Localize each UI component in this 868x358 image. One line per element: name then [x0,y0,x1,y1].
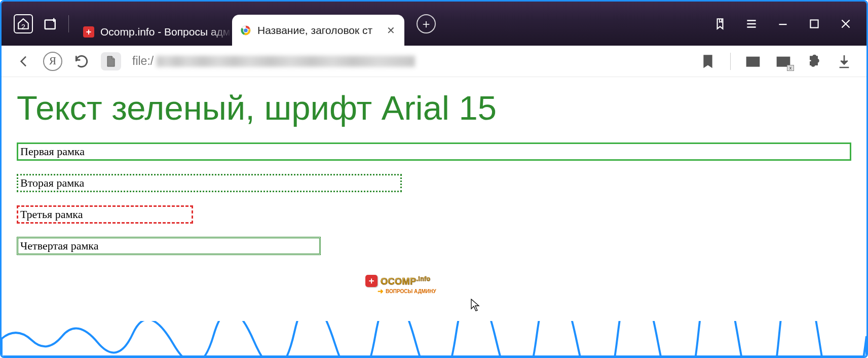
page-viewport: Текст зеленый, шрифт Arial 15 Первая рам… [2,77,866,279]
frame-1: Первая рамка [17,142,851,161]
extensions-icon[interactable] [806,53,822,69]
browser-titlebar: 2 + Ocomp.info - Вопросы адм [2,2,866,46]
favicon-chrome [240,25,251,36]
close-window-icon[interactable] [839,17,852,30]
frame-2: Вторая рамка [17,174,402,192]
url-display[interactable]: file:/ [132,54,415,68]
site-info-icon[interactable] [101,52,121,70]
mail-disabled-icon[interactable]: x [775,53,791,69]
maximize-icon[interactable] [808,17,821,30]
download-icon[interactable] [836,53,852,69]
home-badge-count: 2 [21,23,25,31]
separator [68,15,69,32]
separator [730,53,731,70]
svg-point-3 [244,28,248,32]
tab-title: Название, заголовок ст [257,24,372,37]
watermark-brand: OCOMP.info [381,275,430,287]
yandex-home-icon[interactable]: Я [43,52,62,71]
url-blurred-path [157,56,415,67]
address-bar-row: Я file:/ x [2,46,866,77]
page-heading: Текст зеленый, шрифт Arial 15 [17,88,851,127]
tab-active[interactable]: Название, заголовок ст ✕ [232,15,404,46]
watermark-subtitle: ➜ ВОПРОСЫ АДМИНУ [378,287,436,295]
new-tab-button[interactable]: ＋ [417,14,436,33]
mail-x-badge: x [787,65,794,71]
frame-4: Четвертая рамка [17,237,321,255]
reload-icon[interactable] [73,53,90,69]
tab-title: Ocomp.info - Вопросы адм [100,26,230,38]
watermark-logo: + OCOMP.info ➜ ВОПРОСЫ АДМИНУ [365,275,436,295]
arrow-icon: ➜ [378,287,384,295]
new-window-button[interactable] [42,15,59,32]
minimize-icon[interactable] [776,17,789,30]
titlebar-left: 2 [2,2,69,46]
close-tab-icon[interactable]: ✕ [387,24,395,37]
favicon-ocomp: + [83,26,94,38]
back-icon[interactable] [16,53,32,69]
watermark-plus-icon: + [365,275,378,287]
bookmark-icon[interactable] [700,53,716,69]
menu-icon[interactable] [745,17,758,30]
bookmarks-icon[interactable] [713,17,727,30]
frame-3: Третья рамка [17,205,193,224]
address-bar-right: x [700,53,852,70]
titlebar-right [713,2,866,46]
mouse-cursor-icon [471,299,480,312]
mail-icon[interactable] [745,53,761,69]
url-prefix: file:/ [132,54,154,68]
tab-inactive[interactable]: + Ocomp.info - Вопросы адм [75,18,232,46]
home-button[interactable]: 2 [14,14,33,33]
svg-rect-5 [810,20,818,27]
torn-edge [2,321,866,356]
tab-strip: + Ocomp.info - Вопросы адм Название, заг… [71,2,436,46]
